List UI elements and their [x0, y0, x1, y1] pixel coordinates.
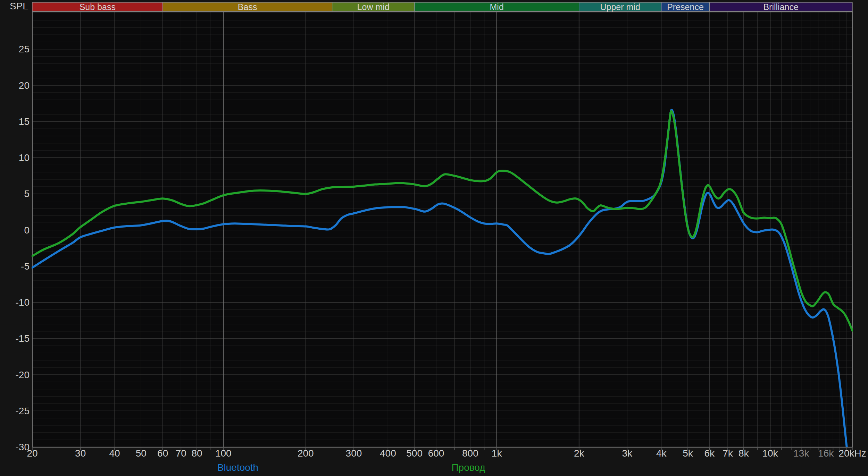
x-tick-label: 7k [723, 448, 733, 459]
band-label: Upper mid [600, 2, 640, 12]
x-tick-label: 800 [462, 448, 478, 459]
y-tick-label: -20 [16, 369, 30, 380]
x-tick-label: 13k [793, 448, 809, 459]
x-tick-label: 16k [818, 448, 834, 459]
x-tick-label: 50 [136, 448, 147, 459]
y-tick-label: 10 [19, 152, 30, 163]
y-tick-label: 15 [19, 116, 30, 127]
band-label: Brilliance [763, 2, 798, 12]
band-label: Bass [238, 2, 257, 12]
y-tick-label: 5 [24, 188, 30, 199]
band-label: Mid [490, 2, 504, 12]
band-label: Low mid [357, 2, 390, 12]
x-tick-label: 60 [157, 448, 168, 459]
x-tick-label: 6k [704, 448, 715, 459]
x-tick-label: 300 [346, 448, 362, 459]
legend-item-bluetooth: Bluetooth [217, 462, 258, 473]
x-tick-label: 600 [428, 448, 444, 459]
y-tick-label: -15 [16, 333, 30, 344]
frequency-response-chart: Sub bassBassLow midMidUpper midPresenceB… [0, 0, 868, 476]
x-tick-label: 20kHz [838, 448, 866, 459]
legend: Bluetooth Провод [0, 462, 868, 474]
x-tick-label: 20 [27, 448, 37, 459]
y-tick-label: 20 [19, 80, 30, 91]
x-tick-label: 70 [176, 448, 186, 459]
x-tick-label: 2k [574, 448, 585, 459]
y-tick-label: -10 [16, 297, 30, 308]
x-tick-label: 30 [75, 448, 86, 459]
x-tick-label: 3k [622, 448, 633, 459]
y-tick-label: -5 [21, 261, 30, 272]
x-tick-label: 80 [191, 448, 202, 459]
y-axis-title: SPL [10, 1, 28, 12]
x-tick-label: 200 [298, 448, 314, 459]
y-tick-label: -25 [16, 406, 30, 416]
x-tick-label: 5k [683, 448, 693, 459]
x-tick-label: 40 [109, 448, 120, 459]
x-tick-label: 4k [656, 448, 667, 459]
x-tick-label: 400 [380, 448, 396, 459]
band-label: Presence [667, 2, 704, 12]
legend-item-wired: Провод [451, 462, 485, 473]
x-tick-label: 8k [738, 448, 749, 459]
x-tick-label: 500 [406, 448, 423, 459]
chart-canvas: Sub bassBassLow midMidUpper midPresenceB… [0, 0, 868, 476]
x-tick-label: 1k [492, 448, 502, 459]
band-label: Sub bass [80, 2, 116, 12]
x-tick-label: 10k [762, 448, 778, 459]
y-tick-label: 25 [19, 44, 30, 54]
y-tick-label: 0 [24, 225, 30, 236]
x-tick-label: 100 [215, 448, 232, 459]
